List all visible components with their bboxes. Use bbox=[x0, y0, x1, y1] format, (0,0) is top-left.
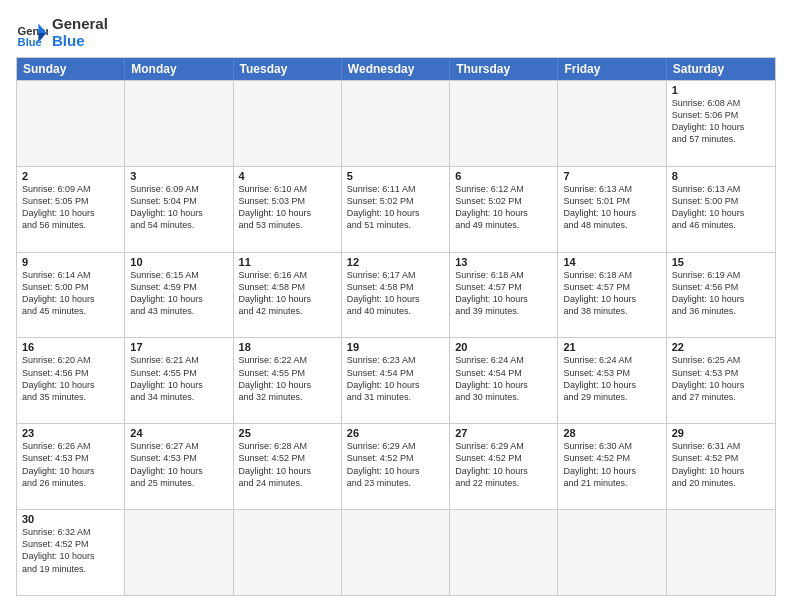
calendar-cell: 6Sunrise: 6:12 AM Sunset: 5:02 PM Daylig… bbox=[450, 167, 558, 252]
calendar-row-3: 16Sunrise: 6:20 AM Sunset: 4:56 PM Dayli… bbox=[17, 337, 775, 423]
weekday-header-monday: Monday bbox=[125, 58, 233, 80]
calendar-cell: 19Sunrise: 6:23 AM Sunset: 4:54 PM Dayli… bbox=[342, 338, 450, 423]
day-info: Sunrise: 6:21 AM Sunset: 4:55 PM Dayligh… bbox=[130, 354, 227, 403]
calendar-cell: 29Sunrise: 6:31 AM Sunset: 4:52 PM Dayli… bbox=[667, 424, 775, 509]
calendar-cell: 10Sunrise: 6:15 AM Sunset: 4:59 PM Dayli… bbox=[125, 253, 233, 338]
day-number: 30 bbox=[22, 513, 119, 525]
day-info: Sunrise: 6:22 AM Sunset: 4:55 PM Dayligh… bbox=[239, 354, 336, 403]
calendar-cell bbox=[450, 510, 558, 595]
calendar-cell: 28Sunrise: 6:30 AM Sunset: 4:52 PM Dayli… bbox=[558, 424, 666, 509]
day-info: Sunrise: 6:17 AM Sunset: 4:58 PM Dayligh… bbox=[347, 269, 444, 318]
calendar-cell: 3Sunrise: 6:09 AM Sunset: 5:04 PM Daylig… bbox=[125, 167, 233, 252]
calendar: SundayMondayTuesdayWednesdayThursdayFrid… bbox=[16, 57, 776, 596]
day-number: 8 bbox=[672, 170, 770, 182]
day-number: 16 bbox=[22, 341, 119, 353]
day-info: Sunrise: 6:11 AM Sunset: 5:02 PM Dayligh… bbox=[347, 183, 444, 232]
calendar-body: 1Sunrise: 6:08 AM Sunset: 5:06 PM Daylig… bbox=[17, 80, 775, 595]
day-info: Sunrise: 6:24 AM Sunset: 4:53 PM Dayligh… bbox=[563, 354, 660, 403]
calendar-cell bbox=[667, 510, 775, 595]
day-info: Sunrise: 6:23 AM Sunset: 4:54 PM Dayligh… bbox=[347, 354, 444, 403]
calendar-cell: 20Sunrise: 6:24 AM Sunset: 4:54 PM Dayli… bbox=[450, 338, 558, 423]
calendar-cell: 26Sunrise: 6:29 AM Sunset: 4:52 PM Dayli… bbox=[342, 424, 450, 509]
logo-general-text: General bbox=[52, 16, 108, 33]
day-info: Sunrise: 6:30 AM Sunset: 4:52 PM Dayligh… bbox=[563, 440, 660, 489]
day-info: Sunrise: 6:12 AM Sunset: 5:02 PM Dayligh… bbox=[455, 183, 552, 232]
calendar-cell: 15Sunrise: 6:19 AM Sunset: 4:56 PM Dayli… bbox=[667, 253, 775, 338]
calendar-cell: 24Sunrise: 6:27 AM Sunset: 4:53 PM Dayli… bbox=[125, 424, 233, 509]
calendar-cell bbox=[558, 510, 666, 595]
day-number: 15 bbox=[672, 256, 770, 268]
day-info: Sunrise: 6:32 AM Sunset: 4:52 PM Dayligh… bbox=[22, 526, 119, 575]
calendar-cell bbox=[125, 510, 233, 595]
day-number: 6 bbox=[455, 170, 552, 182]
page: General Blue General Blue SundayMondayTu… bbox=[0, 0, 792, 612]
day-number: 14 bbox=[563, 256, 660, 268]
day-info: Sunrise: 6:25 AM Sunset: 4:53 PM Dayligh… bbox=[672, 354, 770, 403]
day-number: 20 bbox=[455, 341, 552, 353]
calendar-cell: 11Sunrise: 6:16 AM Sunset: 4:58 PM Dayli… bbox=[234, 253, 342, 338]
calendar-cell: 18Sunrise: 6:22 AM Sunset: 4:55 PM Dayli… bbox=[234, 338, 342, 423]
day-info: Sunrise: 6:31 AM Sunset: 4:52 PM Dayligh… bbox=[672, 440, 770, 489]
day-info: Sunrise: 6:18 AM Sunset: 4:57 PM Dayligh… bbox=[455, 269, 552, 318]
day-info: Sunrise: 6:13 AM Sunset: 5:01 PM Dayligh… bbox=[563, 183, 660, 232]
day-info: Sunrise: 6:18 AM Sunset: 4:57 PM Dayligh… bbox=[563, 269, 660, 318]
weekday-header-thursday: Thursday bbox=[450, 58, 558, 80]
calendar-cell: 8Sunrise: 6:13 AM Sunset: 5:00 PM Daylig… bbox=[667, 167, 775, 252]
day-number: 7 bbox=[563, 170, 660, 182]
day-number: 9 bbox=[22, 256, 119, 268]
weekday-header-sunday: Sunday bbox=[17, 58, 125, 80]
day-number: 19 bbox=[347, 341, 444, 353]
calendar-cell bbox=[342, 510, 450, 595]
logo-blue-text: Blue bbox=[52, 33, 108, 50]
day-number: 23 bbox=[22, 427, 119, 439]
logo: General Blue General Blue bbox=[16, 16, 108, 49]
day-info: Sunrise: 6:29 AM Sunset: 4:52 PM Dayligh… bbox=[455, 440, 552, 489]
day-number: 27 bbox=[455, 427, 552, 439]
day-number: 13 bbox=[455, 256, 552, 268]
day-info: Sunrise: 6:13 AM Sunset: 5:00 PM Dayligh… bbox=[672, 183, 770, 232]
day-number: 28 bbox=[563, 427, 660, 439]
day-number: 26 bbox=[347, 427, 444, 439]
calendar-header: SundayMondayTuesdayWednesdayThursdayFrid… bbox=[17, 58, 775, 80]
calendar-cell: 2Sunrise: 6:09 AM Sunset: 5:05 PM Daylig… bbox=[17, 167, 125, 252]
day-number: 3 bbox=[130, 170, 227, 182]
weekday-header-wednesday: Wednesday bbox=[342, 58, 450, 80]
calendar-cell: 9Sunrise: 6:14 AM Sunset: 5:00 PM Daylig… bbox=[17, 253, 125, 338]
svg-text:Blue: Blue bbox=[18, 35, 42, 47]
calendar-cell bbox=[450, 81, 558, 166]
calendar-cell: 17Sunrise: 6:21 AM Sunset: 4:55 PM Dayli… bbox=[125, 338, 233, 423]
day-number: 18 bbox=[239, 341, 336, 353]
day-info: Sunrise: 6:09 AM Sunset: 5:04 PM Dayligh… bbox=[130, 183, 227, 232]
day-number: 29 bbox=[672, 427, 770, 439]
calendar-cell bbox=[558, 81, 666, 166]
day-info: Sunrise: 6:14 AM Sunset: 5:00 PM Dayligh… bbox=[22, 269, 119, 318]
calendar-cell: 21Sunrise: 6:24 AM Sunset: 4:53 PM Dayli… bbox=[558, 338, 666, 423]
day-info: Sunrise: 6:19 AM Sunset: 4:56 PM Dayligh… bbox=[672, 269, 770, 318]
calendar-cell: 27Sunrise: 6:29 AM Sunset: 4:52 PM Dayli… bbox=[450, 424, 558, 509]
calendar-row-4: 23Sunrise: 6:26 AM Sunset: 4:53 PM Dayli… bbox=[17, 423, 775, 509]
day-info: Sunrise: 6:29 AM Sunset: 4:52 PM Dayligh… bbox=[347, 440, 444, 489]
day-info: Sunrise: 6:08 AM Sunset: 5:06 PM Dayligh… bbox=[672, 97, 770, 146]
logo-icon: General Blue bbox=[16, 17, 48, 49]
calendar-cell: 4Sunrise: 6:10 AM Sunset: 5:03 PM Daylig… bbox=[234, 167, 342, 252]
day-info: Sunrise: 6:26 AM Sunset: 4:53 PM Dayligh… bbox=[22, 440, 119, 489]
day-number: 17 bbox=[130, 341, 227, 353]
day-info: Sunrise: 6:24 AM Sunset: 4:54 PM Dayligh… bbox=[455, 354, 552, 403]
day-number: 4 bbox=[239, 170, 336, 182]
calendar-row-1: 2Sunrise: 6:09 AM Sunset: 5:05 PM Daylig… bbox=[17, 166, 775, 252]
day-number: 5 bbox=[347, 170, 444, 182]
calendar-cell: 22Sunrise: 6:25 AM Sunset: 4:53 PM Dayli… bbox=[667, 338, 775, 423]
calendar-cell: 30Sunrise: 6:32 AM Sunset: 4:52 PM Dayli… bbox=[17, 510, 125, 595]
day-info: Sunrise: 6:27 AM Sunset: 4:53 PM Dayligh… bbox=[130, 440, 227, 489]
calendar-cell: 25Sunrise: 6:28 AM Sunset: 4:52 PM Dayli… bbox=[234, 424, 342, 509]
day-number: 21 bbox=[563, 341, 660, 353]
day-number: 24 bbox=[130, 427, 227, 439]
calendar-row-0: 1Sunrise: 6:08 AM Sunset: 5:06 PM Daylig… bbox=[17, 80, 775, 166]
calendar-cell: 7Sunrise: 6:13 AM Sunset: 5:01 PM Daylig… bbox=[558, 167, 666, 252]
calendar-cell bbox=[17, 81, 125, 166]
calendar-cell: 5Sunrise: 6:11 AM Sunset: 5:02 PM Daylig… bbox=[342, 167, 450, 252]
day-number: 11 bbox=[239, 256, 336, 268]
calendar-cell bbox=[234, 510, 342, 595]
day-info: Sunrise: 6:15 AM Sunset: 4:59 PM Dayligh… bbox=[130, 269, 227, 318]
calendar-cell: 1Sunrise: 6:08 AM Sunset: 5:06 PM Daylig… bbox=[667, 81, 775, 166]
